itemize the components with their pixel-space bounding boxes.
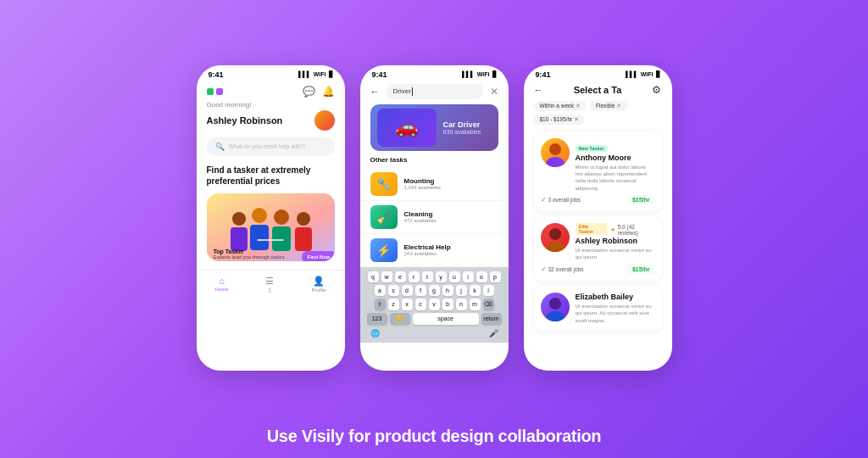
nav-profile[interactable]: 👤 Profile — [311, 276, 326, 293]
key-shift[interactable]: ⇧ — [375, 299, 386, 310]
key-s[interactable]: s — [388, 285, 399, 296]
close-button[interactable]: ✕ — [490, 86, 498, 98]
task-item-mounting[interactable]: 🔧 Mounting 1,034 availables — [360, 168, 509, 201]
search-icon: 🔍 — [215, 142, 225, 151]
top-tasker-card[interactable]: Top Tasker Experts lead you through topi… — [207, 193, 335, 261]
tasker-card-elizabeth[interactable]: Elizabeth Bailey Ut exercitation occaeca… — [534, 286, 662, 331]
key-x[interactable]: x — [402, 299, 413, 310]
task-item-electrical[interactable]: ⚡ Electrical Help 243 availables — [360, 234, 509, 267]
tasker-header-ashley: Elite Tasker ★ 5.0 (42 reviews) Ashley R… — [541, 223, 655, 261]
key-i[interactable]: i — [463, 271, 474, 282]
globe-icon[interactable]: 🌐 — [370, 329, 380, 338]
ashley-jobs: ✓ 32 overall jobs — [541, 265, 584, 273]
page-tagline: Use Visily for product design collaborat… — [267, 416, 602, 458]
key-k[interactable]: k — [470, 285, 481, 296]
key-v[interactable]: v — [429, 299, 440, 310]
task-item-cleaning[interactable]: 🧹 Cleaning 472 availables — [360, 201, 509, 234]
tasker-desc-elizabeth: Ut exercitation occaecat minim eu qui ip… — [576, 303, 655, 324]
greeting-text: Good morning! — [197, 101, 345, 110]
ashley-jobs-text: 32 overall jobs — [548, 266, 584, 272]
tasker-avatar-anthony — [541, 138, 570, 167]
status-icons-1: ▌▌▌ WiFi ▊ — [298, 71, 333, 78]
search-input-2[interactable]: Driver — [387, 84, 483, 99]
anthony-price: $15/hr — [627, 195, 655, 204]
filter-icon[interactable]: ⚙ — [652, 84, 661, 96]
key-g[interactable]: g — [429, 285, 440, 296]
key-r[interactable]: r — [409, 271, 420, 282]
nav-home[interactable]: ⌂ Home — [214, 276, 228, 293]
key-b[interactable]: b — [442, 299, 453, 310]
hero-title: Car Driver — [443, 120, 481, 129]
key-p[interactable]: p — [490, 271, 501, 282]
key-z[interactable]: z — [388, 299, 399, 310]
mic-icon[interactable]: 🎤 — [489, 329, 498, 338]
filter-week-remove[interactable]: ✕ — [576, 103, 581, 109]
key-o[interactable]: o — [476, 271, 487, 282]
key-emoji[interactable]: 😊 — [390, 313, 410, 325]
home-icon: ⌂ — [219, 276, 225, 286]
filter-price[interactable]: $10 - $195/hr ✕ — [534, 114, 586, 125]
svg-point-10 — [549, 143, 561, 155]
key-u[interactable]: u — [449, 271, 460, 282]
status-icons-2: ▌▌▌ WiFi ▊ — [462, 71, 497, 78]
select-tasker-title: Select a Ta — [574, 85, 622, 95]
search-bar[interactable]: 🔍 What do you need help with? — [207, 137, 335, 156]
key-m[interactable]: m — [470, 299, 481, 310]
profile-icon: 👤 — [313, 276, 325, 287]
key-j[interactable]: j — [456, 285, 467, 296]
key-e[interactable]: e — [395, 271, 406, 282]
tasker-header-elizabeth: Elizabeth Bailey Ut exercitation occaeca… — [541, 293, 655, 324]
back-button-3[interactable]: ← — [534, 85, 543, 95]
tagline-text: Find a tasker at extremely preferential … — [197, 165, 345, 193]
kb-row-2: a s d f g h j k l — [364, 285, 505, 296]
chat-icon[interactable]: 💬 — [303, 86, 315, 98]
key-w[interactable]: w — [381, 271, 392, 282]
cursor — [412, 87, 413, 96]
filter-price-remove[interactable]: ✕ — [574, 116, 579, 123]
filter-flexible[interactable]: Flexible ✕ — [590, 101, 627, 111]
back-button-2[interactable]: ← — [370, 87, 380, 97]
key-h[interactable]: h — [442, 285, 453, 296]
tasker-name-anthony: Anthony Moore — [576, 154, 655, 162]
key-t[interactable]: t — [422, 271, 433, 282]
key-space[interactable]: space — [413, 313, 479, 325]
filter-flexible-remove[interactable]: ✕ — [616, 103, 621, 109]
filter-week[interactable]: Within a week ✕ — [534, 101, 587, 111]
app-logo — [207, 88, 223, 95]
tasker-card-anthony[interactable]: New Tasker Anthony Moore Minim ut fugiat… — [534, 131, 662, 212]
phone-3: 9:41 ▌▌▌ WiFi ▊ ← Select a Ta ⚙ Within a… — [524, 65, 672, 371]
key-c[interactable]: c — [415, 299, 426, 310]
hero-text: Car Driver 630 availables — [443, 120, 492, 135]
wifi-icon: WiFi — [314, 71, 326, 77]
key-n[interactable]: n — [456, 299, 467, 310]
nav-tasks[interactable]: ☰ ⠿ — [265, 276, 274, 293]
key-123[interactable]: 123 — [367, 313, 387, 325]
tasker-name-elizabeth: Elizabeth Bailey — [576, 293, 655, 301]
key-a[interactable]: a — [375, 285, 386, 296]
key-return[interactable]: return — [481, 313, 502, 325]
tasker-name-ashley: Ashley Robinson — [576, 237, 655, 245]
bell-icon[interactable]: 🔔 — [322, 86, 335, 98]
key-q[interactable]: q — [368, 271, 379, 282]
tasker-avatar-ashley — [541, 223, 570, 252]
svg-rect-4 — [250, 225, 269, 250]
filter-week-label: Within a week — [540, 103, 574, 109]
task-info-electrical: Electrical Help 243 availables — [404, 243, 498, 256]
phone-2: 9:41 ▌▌▌ WiFi ▊ ← Driver ✕ 🚗 Car Driver … — [360, 65, 509, 371]
tasker-header-anthony: New Tasker Anthony Moore Minim ut fugiat… — [541, 138, 655, 193]
find-now-button[interactable]: Find Now — [302, 251, 335, 261]
key-backspace[interactable]: ⌫ — [483, 299, 494, 310]
svg-point-15 — [546, 311, 565, 321]
header-icons: 💬 🔔 — [303, 86, 335, 98]
key-y[interactable]: y — [436, 271, 447, 282]
search-value: Driver — [393, 87, 411, 95]
key-l[interactable]: l — [483, 285, 494, 296]
key-d[interactable]: d — [402, 285, 413, 296]
tasker-desc-anthony: Minim ut fugiat aut dolor laboris nisi a… — [576, 164, 655, 193]
p1-header: 💬 🔔 — [197, 81, 345, 101]
key-f[interactable]: f — [415, 285, 426, 296]
task-thumb-electrical: ⚡ — [370, 238, 398, 262]
tasker-card-ashley[interactable]: Elite Tasker ★ 5.0 (42 reviews) Ashley R… — [534, 216, 662, 281]
kb-row-4: 123 😊 space return — [364, 313, 505, 325]
user-name: Ashley Robinson — [207, 115, 283, 126]
